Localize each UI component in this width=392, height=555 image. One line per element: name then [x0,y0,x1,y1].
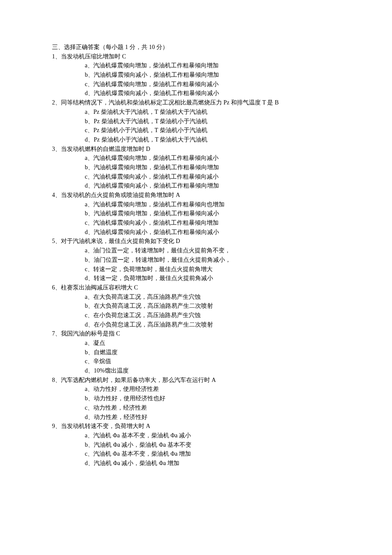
question-1: 1、当发动机压缩比增加时 C a、汽油机爆震倾向增加，柴油机工作粗暴倾向增加 b… [52,52,340,98]
question-5-stem: 5、对于汽油机来说，最佳点火提前角如下变化 D [52,237,340,246]
question-6-option-d: d、在小负荷怠速工况，高压油路易产生二次喷射 [52,320,340,330]
question-2-option-c: c、Pz 柴油机小于汽油机，T 柴油机小于汽油机 [52,126,340,135]
question-4-option-d: d、汽油机爆震倾向减小，柴油机工作粗暴倾向减小 [52,228,340,237]
question-5-option-a: a、油门位置一定，转速增加时，最佳点火提前角不变， [52,246,340,255]
question-4-option-c: c、汽油机爆震倾向减小，柴油机工作粗暴倾向增加 [52,218,340,228]
question-4-stem: 4、当发动机的点火提前角或喷油提前角增加时 A [52,191,340,200]
question-2-stem: 2、同等结构情况下，汽油机和柴油机标定工况相比最高燃烧压力 Pz 和排气温度 T… [52,98,340,107]
question-4-option-a: a、汽油机爆震倾向增加，柴油机工作粗暴倾向也增加 [52,200,340,209]
question-3: 3、当发动机燃料的自燃温度增加时 D a、汽油机爆震倾向增加，柴油机工作粗暴倾向… [52,145,340,191]
question-7-option-a: a、凝点 [52,338,340,348]
question-8-option-d: d、动力性差，经济性好 [52,413,340,422]
question-3-option-d: d、汽油机爆震倾向减小，柴油机工作粗暴倾向增加 [52,181,340,191]
question-9-option-d: d、汽油机 Φa 减小，柴油机 Φa 增加 [52,459,340,468]
question-8-option-c: c、动力性差，经济性差 [52,403,340,413]
question-4: 4、当发动机的点火提前角或喷油提前角增加时 A a、汽油机爆震倾向增加，柴油机工… [52,191,340,237]
question-9: 9、当发动机转速不变，负荷增大时 A a、汽油机 Φa 基本不变，柴油机 Φa … [52,422,340,468]
question-9-stem: 9、当发动机转速不变，负荷增大时 A [52,422,340,431]
question-3-option-c: c、汽油机爆震倾向减小，柴油机工作粗暴倾向减小 [52,172,340,182]
question-6-option-a: a、在大负荷高速工况，高压油路易产生穴蚀 [52,292,340,302]
section-title: 三、选择正确答案（每小题 1 分，共 10 分） [52,43,340,52]
question-3-stem: 3、当发动机燃料的自燃温度增加时 D [52,145,340,154]
question-9-option-b: b、汽油机 Φa 减小，柴油机 Φa 基本不变 [52,440,340,450]
question-7-option-c: c、辛烷值 [52,357,340,366]
question-7-option-d: d、10%馏出温度 [52,366,340,376]
question-5-option-d: d、转速一定，负荷增加时，最佳点火提前角减小 [52,274,340,283]
question-3-option-a: a、汽油机爆震倾向增加，柴油机工作粗暴倾向减小 [52,153,340,163]
question-6-stem: 6、柱赛泵出油阀减压容积增大 C [52,283,340,292]
question-1-option-b: b、汽油机爆震倾向减小，柴油机工作粗暴倾向增加 [52,70,340,80]
question-7: 7、我国汽油的标号是指 C a、凝点 b、自燃温度 c、辛烷值 d、10%馏出温… [52,329,340,375]
question-6-option-c: c、在小负荷怠速工况，高压油路易产生穴蚀 [52,311,340,320]
question-8-option-a: a、动力性好，使用经济性差 [52,384,340,394]
question-2: 2、同等结构情况下，汽油机和柴油机标定工况相比最高燃烧压力 Pz 和排气温度 T… [52,98,340,144]
question-8-stem: 8、汽车选配内燃机时，如果后备功率大，那么汽车在运行时 A [52,376,340,385]
question-6-option-b: b、在大负荷高速工况，高压油路易产生二次喷射 [52,301,340,311]
question-5-option-c: c、转速一定，负荷增加时，最佳点火提前角增大 [52,265,340,274]
question-1-option-c: c、汽油机爆震倾向增加，柴油机工作粗暴倾向减小 [52,80,340,89]
question-7-stem: 7、我国汽油的标号是指 C [52,329,340,338]
question-5-option-b: b、油门位置一定，转速增加时，最佳点火提前角减小， [52,255,340,265]
question-9-option-a: a、汽油机 Φa 基本不变，柴油机 Φa 减小 [52,431,340,440]
question-2-option-a: a、Pz 柴油机大于汽油机，T 柴油机大于汽油机 [52,107,340,117]
question-6: 6、柱赛泵出油阀减压容积增大 C a、在大负荷高速工况，高压油路易产生穴蚀 b、… [52,283,340,329]
question-5: 5、对于汽油机来说，最佳点火提前角如下变化 D a、油门位置一定，转速增加时，最… [52,237,340,283]
question-2-option-b: b、Pz 柴油机大于汽油机，T 柴油机小于汽油机 [52,117,340,126]
question-4-option-b: b、汽油机爆震倾向增加，柴油机工作粗暴倾向减小 [52,209,340,218]
question-1-option-d: d、汽油机爆震倾向减小，柴油机工作粗暴倾向减小 [52,89,340,98]
question-9-option-c: c、汽油机 Φa 基本不变，柴油机 Φa 增加 [52,449,340,459]
question-8-option-b: b、动力性好，使用经济性也好 [52,394,340,403]
question-1-stem: 1、当发动机压缩比增加时 C [52,52,340,61]
question-1-option-a: a、汽油机爆震倾向增加，柴油机工作粗暴倾向增加 [52,61,340,70]
question-3-option-b: b、汽油机爆震倾向增加，柴油机工作粗暴倾向增加 [52,163,340,172]
question-8: 8、汽车选配内燃机时，如果后备功率大，那么汽车在运行时 A a、动力性好，使用经… [52,376,340,422]
question-7-option-b: b、自燃温度 [52,348,340,357]
question-2-option-d: d、Pz 柴油机小于汽油机，T 柴油机大于汽油机 [52,135,340,145]
